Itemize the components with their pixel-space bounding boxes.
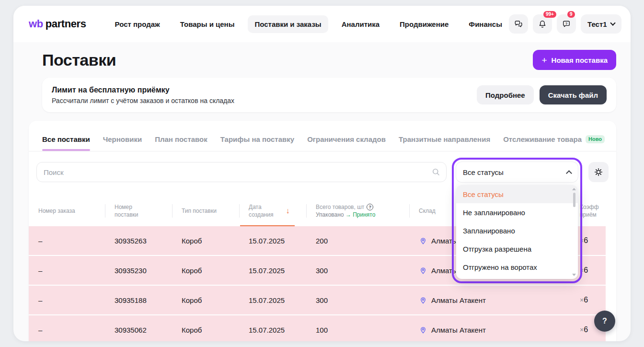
help-bubble-icon: ? — [562, 19, 571, 29]
gear-icon — [594, 167, 603, 177]
col-supply-number: Номер поставки — [105, 196, 172, 226]
tab-supply-tariffs[interactable]: Тарифы на поставку — [220, 135, 294, 151]
supplies-tabs: Все поставки Черновики План поставок Тар… — [29, 121, 616, 151]
filters-row: Все статусы Все статусы Не запланировано… — [36, 162, 609, 182]
chevron-up-icon — [566, 170, 572, 176]
search-icon — [431, 167, 441, 177]
scrollbar-thumb[interactable] — [573, 193, 575, 207]
nav-item-supplies-orders[interactable]: Поставки и заказы — [248, 15, 328, 33]
limit-banner-text: Лимит на бесплатную приёмку Рассчитали л… — [52, 86, 234, 104]
user-menu[interactable]: Тест1 — [581, 14, 621, 34]
col-order-number: Номер заказа — [29, 196, 105, 226]
notifications-button[interactable]: 99+ — [533, 14, 552, 34]
download-file-button[interactable]: Скачать файл — [540, 85, 607, 104]
supplies-card: Все поставки Черновики План поставок Тар… — [29, 121, 616, 341]
arrow-right-icon: → — [345, 211, 351, 218]
location-pin-icon — [419, 266, 427, 275]
page-title: Поставки — [42, 51, 116, 69]
tab-all-supplies[interactable]: Все поставки — [42, 135, 90, 151]
status-option-not-planned[interactable]: Не запланировано — [456, 203, 578, 221]
nav-item-analytics[interactable]: Аналитика — [335, 15, 386, 33]
status-combobox: Все статусы Все статусы Не запланировано… — [452, 158, 582, 283]
tab-transit-directions[interactable]: Транзитные направления — [399, 135, 490, 151]
status-options-panel: Все статусы Не запланировано Запланирова… — [456, 185, 578, 279]
sort-desc-icon: ↓ — [286, 207, 289, 215]
app-window: wb partners Рост продаж Товары и цены По… — [13, 6, 631, 341]
chat-button[interactable] — [509, 14, 528, 34]
tab-goods-tracking[interactable]: Отслеживание товара Ново — [503, 135, 605, 151]
status-option-acceptance[interactable]: Идёт приёмка — [456, 276, 578, 279]
table-row[interactable]: – 30935188 Короб 15.07.2025 300 Алматы А… — [29, 286, 606, 314]
notifications-badge: 99+ — [543, 11, 556, 18]
new-feature-badge: Ново — [586, 135, 605, 143]
help-button[interactable]: ? 9 — [557, 14, 576, 34]
chevron-down-icon — [610, 20, 615, 25]
plus-icon: + — [541, 56, 547, 65]
status-option-all[interactable]: Все статусы — [456, 185, 578, 203]
logo-wb: wb — [29, 18, 43, 30]
user-name: Тест1 — [587, 20, 607, 28]
info-question-icon[interactable]: ? — [367, 204, 373, 210]
tab-supply-plan[interactable]: План поставок — [155, 135, 207, 151]
limit-banner-actions: Подробнее Скачать файл — [477, 85, 607, 104]
location-pin-icon — [419, 236, 427, 245]
details-button[interactable]: Подробнее — [477, 85, 534, 104]
status-option-shipped-at-gates[interactable]: Отгружено на воротах — [456, 258, 578, 276]
col-supply-type: Тип поставки — [172, 196, 239, 226]
limit-banner: Лимит на бесплатную приёмку Рассчитали л… — [42, 78, 616, 112]
nav-item-sales-growth[interactable]: Рост продаж — [108, 15, 167, 33]
nav-menu: Рост продаж Товары и цены Поставки и зак… — [108, 15, 509, 33]
help-badge: 9 — [567, 11, 575, 18]
nav-right-controls: 99+ ? 9 Тест1 — [509, 14, 621, 34]
wb-partners-logo[interactable]: wb partners — [29, 18, 86, 30]
chat-icon — [514, 19, 523, 29]
scroll-down-icon[interactable] — [572, 274, 576, 276]
table-settings-button[interactable] — [588, 162, 609, 182]
search-input[interactable] — [36, 162, 447, 182]
svg-text:?: ? — [565, 22, 568, 26]
search-wrap — [36, 162, 447, 182]
table-row[interactable]: – 30935062 Короб 15.07.2025 100 Алматы А… — [29, 315, 606, 341]
help-fab[interactable]: ? — [594, 311, 615, 332]
col-created-date[interactable]: Дата создания ↓ — [239, 196, 306, 226]
nav-item-goods-prices[interactable]: Товары и цены — [173, 15, 242, 33]
status-option-shipment-allowed[interactable]: Отгрузка разрешена — [456, 240, 578, 258]
status-select-value: Все статусы — [463, 168, 504, 176]
limit-banner-title: Лимит на бесплатную приёмку — [52, 86, 234, 94]
status-option-planned[interactable]: Запланировано — [456, 221, 578, 240]
location-pin-icon — [419, 325, 427, 334]
tab-drafts[interactable]: Черновики — [103, 135, 142, 151]
tab-warehouse-limits[interactable]: Ограничения складов — [307, 135, 386, 151]
top-navbar: wb partners Рост продаж Товары и цены По… — [13, 6, 631, 42]
status-select[interactable]: Все статусы — [456, 162, 578, 182]
nav-item-promotion[interactable]: Продвижение — [393, 15, 455, 33]
bell-icon — [538, 19, 547, 29]
tab-goods-tracking-label: Отслеживание товара — [503, 135, 582, 143]
scroll-up-icon[interactable] — [572, 188, 576, 190]
nav-item-finance[interactable]: Финансы — [462, 15, 509, 33]
col-total-goods: Всего товаров, шт ? Упаковано → Принято — [306, 196, 409, 226]
page-header: Поставки + Новая поставка — [13, 42, 631, 77]
new-supply-label: Новая поставка — [552, 56, 608, 64]
location-pin-icon — [419, 296, 427, 304]
limit-banner-subtitle: Рассчитали лимит с учётом заказов и оста… — [52, 97, 234, 104]
logo-partners: partners — [46, 18, 86, 30]
new-supply-button[interactable]: + Новая поставка — [533, 50, 616, 70]
